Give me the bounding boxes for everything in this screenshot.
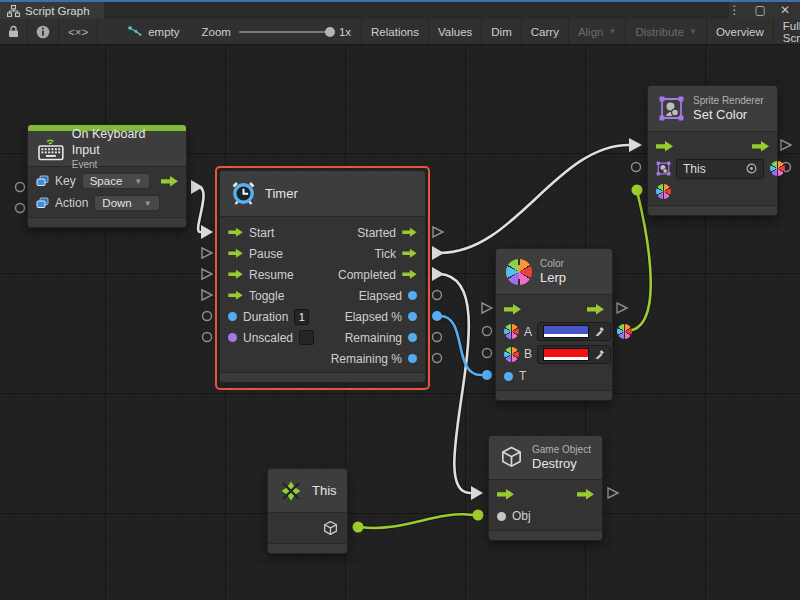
flow-arrow-icon [228,248,243,259]
flow-arrow-icon [161,175,178,188]
port-timer-unscaled-in[interactable] [203,333,212,342]
window-menu-icon[interactable]: ⋮ [729,2,741,19]
wire-lerp-to-setcolor-color[interactable] [626,195,651,331]
code-toggle-button[interactable]: <×> [59,19,98,44]
port-destroy-flow-out[interactable] [608,488,618,498]
port-setcolor-flow-in[interactable] [629,138,642,152]
color-a-swatch[interactable] [543,325,589,338]
keycode-icon [36,197,49,209]
info-button[interactable] [28,19,59,44]
value-port-icon [228,333,237,342]
node-title: On Keyboard Input [72,126,176,158]
tab-script-graph[interactable]: Script Graph [0,2,104,19]
value-port-icon [504,372,513,381]
info-icon [36,25,50,39]
relations-button[interactable]: Relations [361,19,428,44]
zoom-control: Zoom 1x [191,19,361,44]
port-timer-elapsedpct-out[interactable] [432,311,442,321]
color-b-swatch[interactable] [543,348,589,361]
port-setcolor-color-in[interactable] [632,185,643,196]
port-this-value-out[interactable] [353,522,364,533]
port-timer-resume-in[interactable] [202,269,212,279]
node-title: Timer [265,186,298,202]
zoom-slider[interactable] [239,31,331,33]
color-type-icon [504,347,519,362]
node-set-color[interactable]: Sprite Renderer Set Color [647,85,778,216]
unscaled-checkbox[interactable] [299,330,314,345]
duration-input[interactable]: 1 [294,309,309,325]
flow-arrow-icon [577,488,594,501]
fullscreen-button[interactable]: Full Screen [773,19,800,44]
node-timer[interactable]: Timer Start Started Pause Tick [219,170,426,383]
dim-button[interactable]: Dim [481,19,520,44]
node-type-label: Color [540,257,566,270]
sprite-renderer-mini-icon [656,161,671,176]
window-controls: ⋮ ▢ ✕ [729,2,800,19]
graph-reference[interactable]: empty [116,19,191,44]
node-footer [220,372,425,382]
wire-elapsedpct-to-lerp-t[interactable] [440,316,481,375]
window-close-icon[interactable]: ✕ [780,2,790,19]
port-destroy-flow-in[interactable] [471,486,483,500]
port-lerp-flow-out[interactable] [617,303,627,313]
port-destroy-obj-in[interactable] [473,510,484,521]
graph-name-label: empty [148,26,179,38]
node-color-lerp[interactable]: Color Lerp A [495,248,613,401]
flow-arrow-icon [402,248,417,259]
graph-canvas[interactable]: On Keyboard Input Event Key Space▼ [0,45,800,600]
game-object-cube-icon [499,445,524,470]
value-port-icon [497,512,506,521]
game-object-cube-icon [322,520,339,537]
node-title: Destroy [532,456,591,472]
values-button[interactable]: Values [428,19,481,44]
node-this[interactable]: This [267,468,348,554]
port-timer-toggle-in[interactable] [202,290,212,300]
port-lerp-t-in[interactable] [482,370,492,380]
this-self-icon [278,478,304,504]
port-timer-started-out[interactable] [433,227,443,237]
port-setcolor-this-in[interactable] [632,163,641,172]
zoom-slider-handle[interactable] [325,27,335,37]
port-lerp-flow-in[interactable] [482,303,492,313]
port-setcolor-flow-out[interactable] [781,140,791,150]
b-label: B [524,347,532,361]
graph-toolbar: <×> empty Zoom 1x Relations Values Dim C… [0,19,800,45]
object-picker-icon[interactable] [746,163,757,174]
zoom-label: Zoom [201,26,230,38]
port-keyboard-key-in[interactable] [16,183,25,192]
node-title: Lerp [540,270,566,286]
node-footer [28,217,186,227]
overview-button[interactable]: Overview [706,19,773,44]
distribute-button: Distribute▼ [625,19,706,44]
wire-tick-to-setcolor[interactable] [440,145,629,253]
flow-arrow-icon [656,140,673,153]
carry-button[interactable]: Carry [521,19,568,44]
port-timer-duration-in[interactable] [203,312,212,321]
color-output-icon [770,161,785,176]
port-keyboard-action-in[interactable] [16,204,25,213]
port-lerp-b-in[interactable] [483,349,492,358]
node-title: Set Color [693,107,764,123]
action-dropdown[interactable]: Down▼ [94,195,159,211]
color-b-field[interactable] [537,345,611,364]
port-timer-tick-out[interactable] [432,246,444,260]
wire-keyboard-to-timer-start[interactable] [198,187,204,232]
color-a-field[interactable] [537,322,611,341]
lock-button[interactable] [0,19,28,44]
node-destroy[interactable]: Game Object Destroy Obj [488,435,603,541]
port-timer-remainingpct-out[interactable] [433,354,442,363]
port-timer-elapsed-out[interactable] [433,291,442,300]
port-timer-start-in[interactable] [201,225,213,239]
window-maximize-icon[interactable]: ▢ [755,2,766,19]
this-object-field[interactable]: This [676,159,764,179]
port-timer-remaining-out[interactable] [433,333,442,342]
port-timer-completed-out[interactable] [432,267,444,281]
flow-arrow-icon [228,269,243,280]
port-lerp-a-in[interactable] [483,327,492,336]
node-on-keyboard-input[interactable]: On Keyboard Input Event Key Space▼ [27,124,187,228]
value-port-icon [228,312,237,321]
key-dropdown[interactable]: Space▼ [82,173,151,189]
value-port-icon [408,333,417,342]
timer-icon [230,180,257,207]
port-timer-pause-in[interactable] [202,248,212,258]
